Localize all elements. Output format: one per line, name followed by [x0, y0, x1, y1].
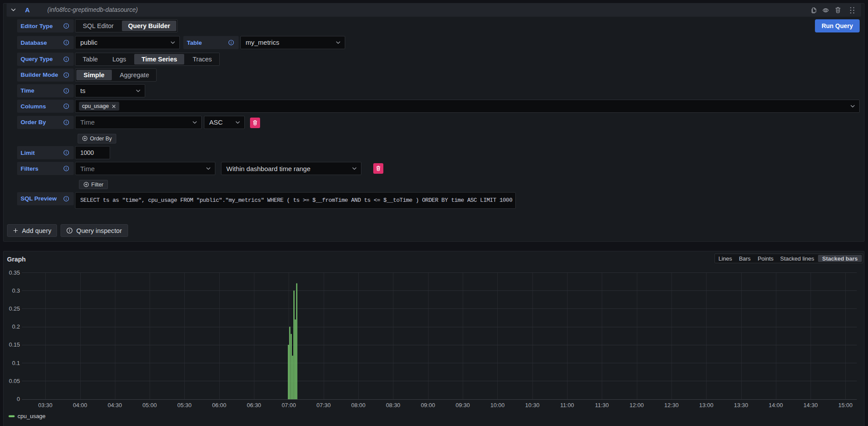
svg-text:cpu_usage: cpu_usage	[18, 413, 46, 419]
svg-text:03:30: 03:30	[38, 402, 53, 408]
svg-text:05:00: 05:00	[143, 402, 157, 408]
svg-text:14:00: 14:00	[769, 402, 783, 408]
svg-text:04:30: 04:30	[108, 402, 122, 408]
svg-text:15:00: 15:00	[838, 402, 853, 408]
svg-text:09:30: 09:30	[456, 402, 470, 408]
svg-text:0.25: 0.25	[9, 305, 20, 312]
svg-text:06:30: 06:30	[247, 402, 261, 408]
svg-text:0.3: 0.3	[12, 287, 20, 294]
svg-text:0.2: 0.2	[12, 323, 20, 330]
svg-text:14:30: 14:30	[804, 402, 818, 408]
svg-text:0.15: 0.15	[9, 341, 20, 348]
svg-text:05:30: 05:30	[177, 402, 192, 408]
svg-text:10:30: 10:30	[525, 402, 539, 408]
svg-text:08:30: 08:30	[386, 402, 400, 408]
svg-text:11:00: 11:00	[560, 402, 574, 408]
svg-text:13:30: 13:30	[734, 402, 748, 408]
svg-text:04:00: 04:00	[73, 402, 87, 408]
svg-text:0.35: 0.35	[9, 269, 20, 276]
svg-text:0: 0	[17, 396, 20, 402]
svg-text:07:30: 07:30	[316, 402, 331, 408]
svg-text:0.1: 0.1	[12, 360, 20, 366]
svg-text:06:00: 06:00	[212, 402, 227, 408]
svg-text:07:00: 07:00	[282, 402, 296, 408]
svg-text:08:00: 08:00	[351, 402, 366, 408]
svg-text:12:30: 12:30	[664, 402, 679, 408]
svg-text:0.05: 0.05	[9, 378, 20, 384]
svg-text:13:00: 13:00	[699, 402, 714, 408]
svg-text:09:00: 09:00	[421, 402, 435, 408]
svg-text:11:30: 11:30	[595, 402, 609, 408]
svg-text:12:00: 12:00	[629, 402, 644, 408]
svg-text:10:00: 10:00	[490, 402, 505, 408]
